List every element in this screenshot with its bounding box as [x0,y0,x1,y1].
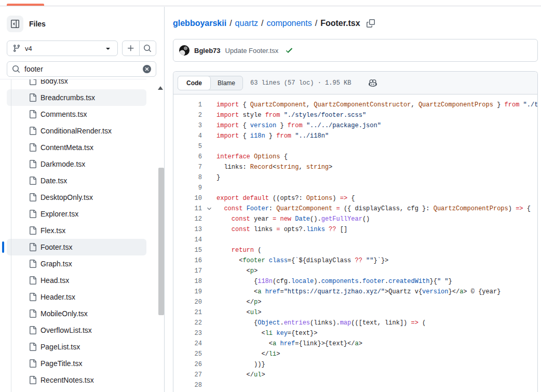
line-number[interactable]: 2 [173,110,202,120]
file-tree-item[interactable]: Darkmode.tsx [7,156,146,172]
line-number[interactable]: 19 [173,287,202,297]
tab-code[interactable]: Code [178,76,211,90]
file-icon [29,177,37,185]
scrollbar-up-arrow[interactable] [158,86,163,90]
line-number[interactable]: 7 [173,162,202,172]
file-tree-item[interactable]: ContentMeta.tsx [7,139,146,156]
line-number[interactable]: 27 [173,370,202,380]
commit-message[interactable]: Update Footer.tsx [225,47,279,55]
file-tree-item[interactable]: PageTitle.tsx [7,355,146,372]
file-tree-item[interactable]: Head.tsx [7,272,146,289]
line-number[interactable]: 13 [173,224,202,235]
file-tree-item[interactable]: Date.tsx [7,172,146,189]
code-text: <ul> [217,307,261,318]
fold-gutter [202,276,217,287]
line-number[interactable]: 24 [173,339,202,349]
file-tree-item[interactable]: Body.tsx [7,79,146,89]
code-blame-tabs: CodeBlame [178,76,243,90]
scrollbar-thumb[interactable] [158,168,164,315]
top-strip [0,0,541,6]
copilot-icon-button[interactable] [369,79,377,87]
line-number[interactable]: 4 [173,131,202,141]
fold-gutter [202,193,217,204]
code-line: 11 const Footer: QuartzComponent = ({ di… [173,204,537,214]
line-number[interactable]: 28 [173,380,202,390]
collapse-file-tree-button[interactable] [7,16,23,32]
file-tree-item[interactable]: RecentNotes.tsx [7,372,146,388]
line-number[interactable]: 25 [173,349,202,359]
line-number[interactable]: 18 [173,276,202,287]
file-tree-item[interactable]: ConditionalRender.tsx [7,123,146,139]
file-tree-item[interactable]: Flex.tsx [7,222,146,239]
file-icon [29,376,37,384]
file-icon [29,79,37,85]
line-number[interactable]: 8 [173,172,202,183]
add-file-button[interactable] [123,41,139,56]
file-tree-item[interactable]: Explorer.tsx [7,206,146,222]
line-number[interactable]: 20 [173,297,202,307]
file-search-input[interactable]: footer [7,61,156,77]
code-line: 10export default ((opts?: Options) => { [173,193,537,204]
breadcrumb-link[interactable]: quartz [235,19,258,28]
code-text: const Footer: QuartzComponent = ({ displ… [217,204,531,214]
line-number[interactable]: 17 [173,266,202,276]
file-tree-item[interactable]: Comments.tsx [7,106,146,123]
code-line: 16 <footer class={`${displayClass ?? ""}… [173,255,537,266]
tab-blame[interactable]: Blame [210,76,242,90]
commit-author[interactable]: Bgleb73 [194,47,221,55]
line-number[interactable]: 21 [173,307,202,318]
fold-chevron-down-icon[interactable] [202,204,217,214]
file-tree-item[interactable]: Footer.tsx [7,239,146,255]
code-text: <li key={text}> [217,328,317,339]
line-number[interactable]: 5 [173,141,202,152]
breadcrumb-link[interactable]: glebboyarskii [173,19,226,28]
line-number[interactable]: 1 [173,100,202,110]
file-icon [29,343,37,351]
line-number[interactable]: 10 [173,193,202,204]
file-icon [29,143,37,152]
file-name: Date.tsx [40,177,67,185]
line-number[interactable]: 15 [173,245,202,255]
line-number[interactable]: 3 [173,120,202,131]
avatar[interactable] [179,45,190,56]
file-icon [29,160,37,168]
file-tree-item[interactable]: DesktopOnly.tsx [7,189,146,206]
file-meta-info: 63 lines (57 loc) · 1.95 KB [250,79,351,87]
file-tree-item[interactable]: MobileOnly.tsx [7,305,146,322]
checks-status-icon[interactable] [285,46,293,55]
file-tree-item[interactable]: PageList.tsx [7,339,146,355]
fold-gutter [202,245,217,255]
search-this-repo-button[interactable] [139,41,156,56]
code-text: } [217,172,220,183]
fold-gutter [202,297,217,307]
branch-name: v4 [25,45,32,52]
file-tree-item[interactable]: OverflowList.tsx [7,322,146,339]
copy-path-button[interactable] [367,19,375,28]
line-number[interactable]: 9 [173,183,202,193]
code-text: </p> [217,297,261,307]
code-line: 18 {i18n(cfg.locale).components.footer.c… [173,276,537,287]
file-tree-item[interactable]: Header.tsx [7,289,146,305]
file-name: Footer.tsx [40,243,72,251]
file-tree-item[interactable]: Breadcrumbs.tsx [7,89,146,106]
line-number[interactable]: 16 [173,255,202,266]
fold-gutter [202,131,217,141]
files-sidebar: Files v4 [0,7,165,392]
line-number[interactable]: 23 [173,328,202,339]
code-text: <footer class={`${displayClass ?? ""}`}> [217,255,388,266]
clear-search-button[interactable] [143,65,151,73]
line-number[interactable]: 11 [173,204,202,214]
code-line: 28 [173,380,537,390]
loading-indicator [7,4,44,6]
fold-gutter [202,141,217,152]
breadcrumb-link[interactable]: components [267,19,312,28]
code-line: 17 <p> [173,266,537,276]
line-number[interactable]: 6 [173,152,202,162]
line-number[interactable]: 12 [173,214,202,224]
line-number[interactable]: 26 [173,359,202,370]
file-tree-item[interactable]: Graph.tsx [7,255,146,272]
fold-gutter [202,349,217,359]
line-number[interactable]: 14 [173,235,202,245]
line-number[interactable]: 22 [173,318,202,328]
branch-selector[interactable]: v4 [7,40,118,56]
